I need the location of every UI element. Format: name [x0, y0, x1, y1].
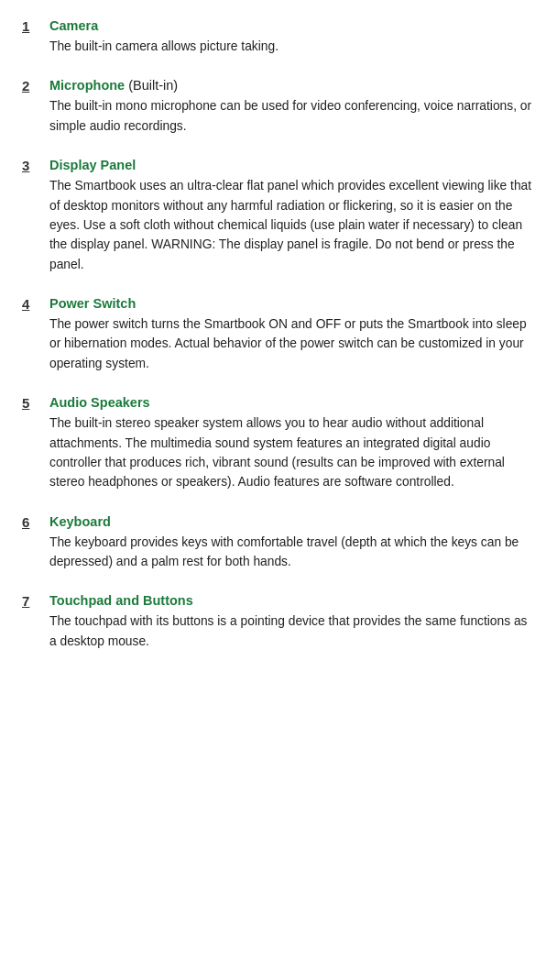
- section-item: 7Touchpad and ButtonsThe touchpad with i…: [22, 593, 535, 651]
- section-title: Keyboard: [49, 514, 535, 529]
- section-item: 6KeyboardThe keyboard provides keys with…: [22, 514, 535, 572]
- section-title: Display Panel: [49, 158, 535, 172]
- section-number: 7: [22, 593, 49, 609]
- section-title-text: Display Panel: [49, 158, 136, 172]
- section-title: Camera: [49, 18, 535, 33]
- section-title: Audio Speakers: [49, 395, 535, 410]
- section-title-text: Touchpad and Buttons: [49, 593, 193, 608]
- section-content: Power SwitchThe power switch turns the S…: [49, 296, 535, 373]
- section-number: 6: [22, 514, 49, 530]
- section-body: The touchpad with its buttons is a point…: [49, 611, 535, 651]
- section-title: Touchpad and Buttons: [49, 593, 535, 608]
- section-body: The built-in stereo speaker system allow…: [49, 413, 535, 492]
- section-title-text: Microphone: [49, 78, 125, 93]
- section-title-text: Camera: [49, 18, 98, 33]
- section-item: 3Display PanelThe Smartbook uses an ultr…: [22, 158, 535, 274]
- section-content: CameraThe built-in camera allows picture…: [49, 18, 535, 56]
- section-content: Microphone (Built-in)The built-in mono m…: [49, 78, 535, 136]
- section-number: 3: [22, 158, 49, 173]
- section-item: 1CameraThe built-in camera allows pictur…: [22, 18, 535, 56]
- section-title-suffix: (Built-in): [125, 78, 178, 93]
- section-title-text: Audio Speakers: [49, 395, 150, 410]
- section-content: Display PanelThe Smartbook uses an ultra…: [49, 158, 535, 274]
- section-title: Microphone (Built-in): [49, 78, 535, 93]
- section-content: Audio SpeakersThe built-in stereo speake…: [49, 395, 535, 492]
- section-number: 4: [22, 296, 49, 312]
- section-body: The keyboard provides keys with comforta…: [49, 533, 535, 572]
- section-content: KeyboardThe keyboard provides keys with …: [49, 514, 535, 572]
- section-title: Power Switch: [49, 296, 535, 311]
- section-item: 4Power SwitchThe power switch turns the …: [22, 296, 535, 373]
- section-title-text: Keyboard: [49, 514, 111, 529]
- section-body: The Smartbook uses an ultra-clear flat p…: [49, 176, 535, 274]
- section-number: 2: [22, 78, 49, 94]
- section-body: The power switch turns the Smartbook ON …: [49, 314, 535, 373]
- section-number: 5: [22, 395, 49, 411]
- section-item: 5Audio SpeakersThe built-in stereo speak…: [22, 395, 535, 492]
- section-body: The built-in camera allows picture takin…: [49, 37, 535, 56]
- content-list: 1CameraThe built-in camera allows pictur…: [22, 18, 535, 651]
- section-content: Touchpad and ButtonsThe touchpad with it…: [49, 593, 535, 651]
- section-body: The built-in mono microphone can be used…: [49, 96, 535, 136]
- section-item: 2Microphone (Built-in)The built-in mono …: [22, 78, 535, 136]
- section-title-text: Power Switch: [49, 296, 136, 311]
- section-number: 1: [22, 18, 49, 34]
